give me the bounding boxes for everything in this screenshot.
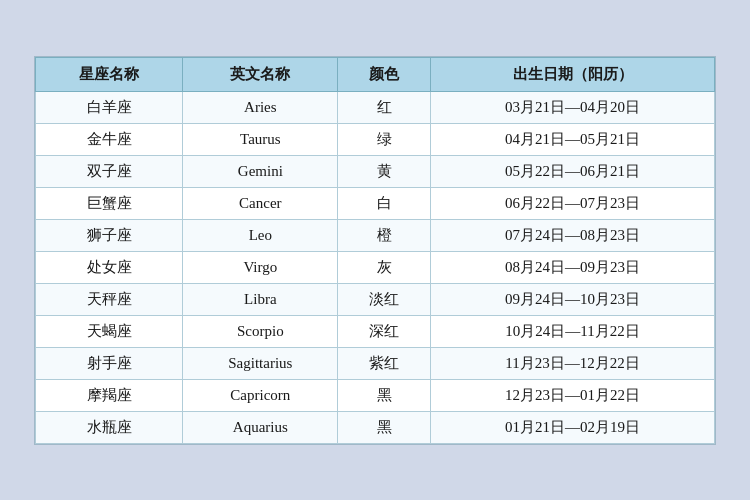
cell-chinese-name: 巨蟹座 [36, 187, 183, 219]
cell-english-name: Aquarius [183, 411, 338, 443]
table-row: 狮子座Leo橙07月24日—08月23日 [36, 219, 715, 251]
cell-dates: 04月21日—05月21日 [431, 123, 715, 155]
header-chinese-name: 星座名称 [36, 57, 183, 91]
cell-dates: 09月24日—10月23日 [431, 283, 715, 315]
cell-color: 深红 [338, 315, 431, 347]
cell-chinese-name: 天蝎座 [36, 315, 183, 347]
cell-chinese-name: 金牛座 [36, 123, 183, 155]
cell-english-name: Scorpio [183, 315, 338, 347]
table-row: 摩羯座Capricorn黑12月23日—01月22日 [36, 379, 715, 411]
cell-chinese-name: 处女座 [36, 251, 183, 283]
header-english-name: 英文名称 [183, 57, 338, 91]
table-row: 水瓶座Aquarius黑01月21日—02月19日 [36, 411, 715, 443]
table-row: 射手座Sagittarius紫红11月23日—12月22日 [36, 347, 715, 379]
cell-english-name: Taurus [183, 123, 338, 155]
cell-chinese-name: 白羊座 [36, 91, 183, 123]
cell-chinese-name: 射手座 [36, 347, 183, 379]
table-row: 金牛座Taurus绿04月21日—05月21日 [36, 123, 715, 155]
table-row: 处女座Virgo灰08月24日—09月23日 [36, 251, 715, 283]
cell-dates: 03月21日—04月20日 [431, 91, 715, 123]
cell-color: 白 [338, 187, 431, 219]
cell-color: 灰 [338, 251, 431, 283]
table-body: 白羊座Aries红03月21日—04月20日金牛座Taurus绿04月21日—0… [36, 91, 715, 443]
cell-dates: 06月22日—07月23日 [431, 187, 715, 219]
cell-chinese-name: 摩羯座 [36, 379, 183, 411]
cell-dates: 05月22日—06月21日 [431, 155, 715, 187]
table-row: 巨蟹座Cancer白06月22日—07月23日 [36, 187, 715, 219]
cell-english-name: Leo [183, 219, 338, 251]
cell-color: 红 [338, 91, 431, 123]
zodiac-table: 星座名称 英文名称 颜色 出生日期（阳历） 白羊座Aries红03月21日—04… [35, 57, 715, 444]
cell-color: 紫红 [338, 347, 431, 379]
cell-english-name: Virgo [183, 251, 338, 283]
cell-color: 绿 [338, 123, 431, 155]
cell-color: 黑 [338, 411, 431, 443]
cell-english-name: Capricorn [183, 379, 338, 411]
cell-color: 淡红 [338, 283, 431, 315]
cell-dates: 10月24日—11月22日 [431, 315, 715, 347]
table-header-row: 星座名称 英文名称 颜色 出生日期（阳历） [36, 57, 715, 91]
table-row: 天秤座Libra淡红09月24日—10月23日 [36, 283, 715, 315]
cell-dates: 01月21日—02月19日 [431, 411, 715, 443]
cell-english-name: Libra [183, 283, 338, 315]
cell-dates: 12月23日—01月22日 [431, 379, 715, 411]
cell-chinese-name: 双子座 [36, 155, 183, 187]
cell-chinese-name: 水瓶座 [36, 411, 183, 443]
cell-english-name: Gemini [183, 155, 338, 187]
cell-dates: 08月24日—09月23日 [431, 251, 715, 283]
header-dates: 出生日期（阳历） [431, 57, 715, 91]
header-color: 颜色 [338, 57, 431, 91]
cell-english-name: Aries [183, 91, 338, 123]
cell-english-name: Cancer [183, 187, 338, 219]
cell-color: 黄 [338, 155, 431, 187]
cell-color: 橙 [338, 219, 431, 251]
table-row: 双子座Gemini黄05月22日—06月21日 [36, 155, 715, 187]
cell-color: 黑 [338, 379, 431, 411]
cell-dates: 11月23日—12月22日 [431, 347, 715, 379]
table-row: 白羊座Aries红03月21日—04月20日 [36, 91, 715, 123]
cell-dates: 07月24日—08月23日 [431, 219, 715, 251]
zodiac-table-wrapper: 星座名称 英文名称 颜色 出生日期（阳历） 白羊座Aries红03月21日—04… [34, 56, 716, 445]
cell-english-name: Sagittarius [183, 347, 338, 379]
table-row: 天蝎座Scorpio深红10月24日—11月22日 [36, 315, 715, 347]
cell-chinese-name: 天秤座 [36, 283, 183, 315]
cell-chinese-name: 狮子座 [36, 219, 183, 251]
